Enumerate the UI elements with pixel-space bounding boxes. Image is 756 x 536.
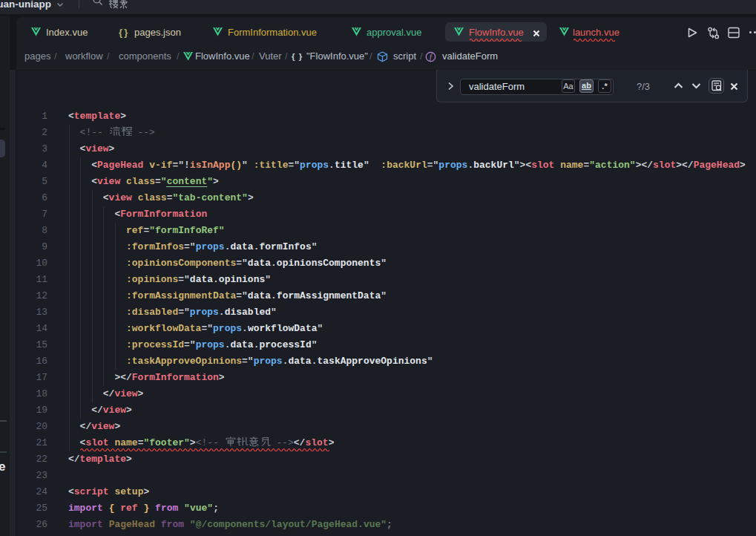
svg-text:f: f: [430, 53, 433, 61]
